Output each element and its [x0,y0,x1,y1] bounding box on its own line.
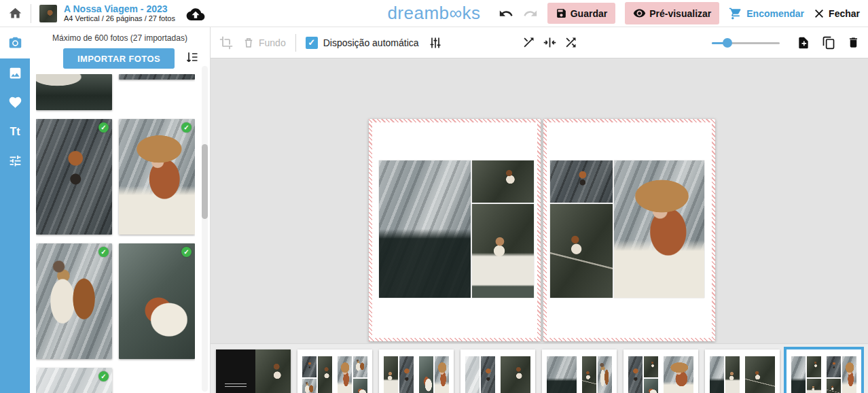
filmstrip-page-cover[interactable] [216,349,291,393]
close-button[interactable]: Fechar [814,8,860,19]
cover-front [216,349,255,393]
photo-thumbnail[interactable]: ✓ [119,119,195,235]
photo-couple-bridge[interactable] [550,204,613,298]
shuffle-alt-icon [564,35,578,50]
page-right[interactable] [543,119,715,341]
photo-woman-hat[interactable] [614,160,704,298]
background-label: Fundo [259,37,286,48]
top-bar: A Nossa Viagem - 2023 A4 Vertical / 26 p… [0,0,868,27]
tune-vertical-icon [429,36,442,50]
add-page-button[interactable] [797,36,810,50]
panel-scrollbar[interactable] [202,66,208,392]
copy-page-button[interactable] [822,36,835,50]
filmstrip-page-3[interactable] [460,349,535,393]
editor-main: Fundo ✓ Disposição automática [211,27,868,393]
selected-check-icon: ✓ [181,122,192,133]
shuffle-photos-button[interactable] [522,35,536,50]
filmstrip-page-5[interactable] [623,349,698,393]
undo-button[interactable] [499,6,513,21]
background-button[interactable]: Fundo [242,37,286,49]
cart-icon [729,7,742,20]
redo-button[interactable] [523,6,538,21]
heart-icon [8,95,22,109]
save-label: Guardar [571,8,607,19]
shuffle-layout-button[interactable] [564,35,578,50]
sort-icon [185,50,199,64]
filmstrip-page-6[interactable] [705,349,780,393]
home-icon [8,6,22,20]
crop-icon [219,36,233,50]
filmstrip-page-4[interactable] [542,349,617,393]
delete-page-icon [847,36,860,49]
page-filmstrip [211,343,868,393]
sidebar-item-favorites[interactable] [0,88,30,117]
auto-layout-toggle[interactable]: ✓ Disposição automática [306,37,419,49]
sort-photos-button[interactable] [185,50,199,64]
photo-man-on-rock[interactable] [550,160,613,203]
sidebar-item-layouts[interactable] [0,58,30,88]
tool-sidebar: Tt [0,27,30,393]
photo-panel: Máximo de 600 fotos (27 importadas) IMPO… [30,27,211,393]
photo-lake-rock[interactable] [379,160,471,298]
selected-check-icon: ✓ [181,247,192,257]
cover-photo [255,349,291,393]
filmstrip-page-1[interactable] [297,349,372,393]
layout-options-button[interactable] [429,36,442,50]
close-icon [814,8,825,19]
save-button[interactable]: Guardar [547,3,615,24]
import-row: IMPORTAR FOTOS [30,48,210,69]
delete-page-button[interactable] [847,36,860,49]
auto-layout-checkbox[interactable]: ✓ [306,37,318,49]
page-left[interactable] [369,119,541,341]
page-spread [369,119,715,341]
photo-thumbnail[interactable]: ✓ [119,243,195,359]
selected-check-icon: ✓ [98,247,109,257]
shuffle-icon [522,35,536,50]
photo-thumbnail[interactable]: ✓ [36,243,112,359]
panel-scrollbar-thumb[interactable] [202,144,208,219]
edit-toolbar: Fundo ✓ Disposição automática [211,27,868,58]
photo-thumbnail[interactable] [36,74,112,110]
selected-check-icon: ✓ [98,122,109,133]
preview-button[interactable]: Pré-visualizar [625,2,719,24]
sidebar-item-photos[interactable] [0,27,30,58]
photo-thumbnail[interactable]: ✓ [36,368,112,393]
selected-check-icon: ✓ [98,371,109,381]
add-page-icon [797,36,810,50]
camera-icon [8,36,22,50]
home-button[interactable] [8,6,22,20]
sidebar-item-adjust[interactable] [0,146,30,175]
undo-icon [499,6,513,21]
merge-pages-button[interactable] [543,35,557,50]
sidebar-item-text[interactable]: Tt [0,117,30,146]
project-title: A Nossa Viagem - 2023 [64,4,175,14]
photo-thumbnail[interactable]: ✓ [36,119,112,235]
photobook-editor: A Nossa Viagem - 2023 A4 Vertical / 26 p… [0,0,868,393]
project-subtitle: A4 Vertical / 26 páginas / 27 fotos [64,14,175,23]
top-actions: Guardar Pré-visualizar Encomendar Fechar [499,2,860,24]
project-info: A Nossa Viagem - 2023 A4 Vertical / 26 p… [64,4,175,23]
copy-page-icon [822,36,835,50]
auto-layout-label: Disposição automática [323,37,419,48]
photo-limit-text: Máximo de 600 fotos (27 importadas) [30,33,210,43]
zoom-slider[interactable] [712,38,780,48]
order-label: Encomendar [746,8,804,19]
preview-label: Pré-visualizar [649,8,711,19]
crop-button[interactable] [219,36,233,50]
spread-canvas[interactable] [211,58,868,371]
filmstrip-page-2[interactable] [379,349,454,393]
trash-icon [242,37,255,49]
filmstrip-page-7[interactable] [786,349,861,393]
arrows-to-center-icon [543,35,557,50]
photo-woman-in-boat[interactable] [472,204,534,298]
tune-icon [8,154,22,168]
zoom-slider-thumb[interactable] [723,38,732,48]
photo-cave-woman[interactable] [472,160,534,203]
image-icon [8,66,22,80]
import-photos-button[interactable]: IMPORTAR FOTOS [63,48,175,69]
close-label: Fechar [829,8,860,19]
divider [295,34,296,52]
order-button[interactable]: Encomendar [729,7,804,20]
photo-thumbnail[interactable] [119,74,195,80]
text-icon: Tt [10,126,20,138]
